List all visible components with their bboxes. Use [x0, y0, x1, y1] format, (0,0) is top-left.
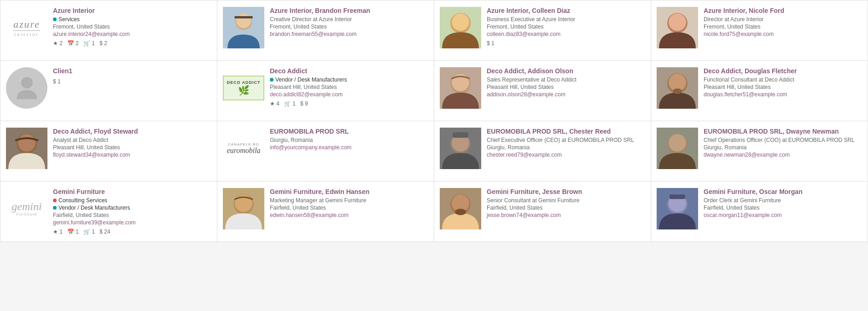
person-email[interactable]: colleen.diaz83@example.com	[487, 31, 645, 37]
person-name[interactable]: Gemini Furniture, Edwin Hansen	[270, 188, 428, 195]
svg-rect-3	[234, 16, 253, 18]
person-name[interactable]: EUROMOBILA PROD SRL, Dwayne Newman	[704, 128, 862, 135]
company-stats: ★ 4 🛒 1 $ 9	[270, 100, 428, 107]
company-name[interactable]: Gemini Furniture	[53, 188, 211, 195]
person-title: Order Clerk at Gemini Furniture	[704, 197, 862, 204]
person-title: Analyst at Deco Addict	[53, 137, 211, 143]
person-name[interactable]: Azure Interior, Brandon Freeman	[270, 7, 428, 14]
person-email[interactable]: jesse.brown74@example.com	[487, 212, 645, 218]
svg-rect-38	[670, 194, 685, 199]
person-email[interactable]: nicole.ford75@example.com	[704, 31, 862, 37]
gemini-logo: gemini Furniture	[6, 188, 47, 229]
company-tag-2: Vendor / Desk Manufacturers	[53, 205, 211, 211]
company-tag: Vendor / Desk Manufacturers	[270, 76, 428, 83]
company-location: Pleasant Hill, United States	[270, 84, 428, 90]
person-location: Giurgiu, Romania	[487, 144, 645, 151]
person-location: Fremont, United States	[704, 23, 862, 30]
svg-point-17	[673, 88, 682, 94]
card-azure-colleen: Azure Interior, Colleen Diaz Business Ex…	[434, 0, 651, 60]
svg-point-34	[455, 209, 466, 215]
svg-rect-24	[453, 132, 468, 138]
card-deco-douglas: Deco Addict, Douglas Fletcher Functional…	[651, 61, 868, 121]
company-email[interactable]: deco.addict82@example.com	[270, 91, 428, 98]
person-avatar	[440, 7, 481, 48]
person-title: Director at Azure Interior	[704, 16, 862, 23]
person-email[interactable]: brandon.freeman55@example.com	[270, 31, 428, 37]
company-tag-1: Consulting Services	[53, 197, 211, 204]
person-name[interactable]: Gemini Furniture, Jesse Brown	[487, 188, 645, 195]
tag-label-2: Vendor / Desk Manufacturers	[58, 205, 130, 211]
stars-stat: ★ 4	[270, 100, 280, 107]
company-location: Fairfield, United States	[53, 212, 211, 218]
svg-point-2	[236, 13, 251, 28]
person-email[interactable]: addison.olson28@example.com	[487, 91, 645, 98]
company-email[interactable]: azure.interior24@example.com	[53, 31, 211, 37]
company-name[interactable]: EUROMOBILA PROD SRL	[270, 128, 428, 135]
placeholder-logo	[6, 67, 47, 109]
calendar-stat: 📅 2	[67, 40, 79, 47]
tag-dot-green	[53, 206, 57, 210]
company-name[interactable]: Clien1	[53, 67, 211, 75]
person-email[interactable]: douglas.fletcher51@example.com	[704, 91, 862, 98]
stars-stat: ★ 2	[53, 40, 63, 47]
money-stat: $ 9	[300, 100, 308, 107]
person-email[interactable]: floyd.steward34@example.com	[53, 152, 211, 158]
company-location: Giurgiu, Romania	[270, 137, 428, 143]
tag-label: Vendor / Desk Manufacturers	[275, 76, 347, 83]
person-title: Creative Director at Azure Interior	[270, 16, 428, 23]
person-avatar	[657, 128, 698, 169]
person-title: Chief Operations Officer (COO) at EUROMO…	[704, 137, 862, 143]
person-avatar	[440, 188, 481, 229]
person-avatar	[223, 7, 264, 48]
svg-point-9	[669, 13, 686, 31]
person-name[interactable]: Azure Interior, Colleen Diaz	[487, 7, 645, 14]
person-name[interactable]: EUROMOBILA PROD SRL, Chester Reed	[487, 128, 645, 135]
deco-logo: DECO ADDICT 🌿	[223, 67, 264, 109]
company-location: Fremont, United States	[53, 23, 211, 30]
person-name[interactable]: Deco Addict, Addison Olson	[487, 67, 645, 75]
svg-point-27	[669, 134, 686, 152]
cart-stat: 🛒 1	[83, 40, 95, 47]
card-azure-brandon: Azure Interior, Brandon Freeman Creative…	[217, 0, 434, 60]
company-name[interactable]: Azure Interior	[53, 7, 211, 14]
card-deco-addison: Deco Addict, Addison Olson Sales Represe…	[434, 61, 651, 121]
person-avatar	[657, 7, 698, 48]
person-location: Fremont, United States	[270, 23, 428, 30]
person-email[interactable]: edwin.hansen58@example.com	[270, 212, 428, 218]
person-email[interactable]: chester.reed79@example.com	[487, 152, 645, 158]
card-euromobila: CANAPELE.RO euromobila EUROMOBILA PROD S…	[217, 121, 434, 181]
person-avatar	[6, 128, 47, 169]
person-name[interactable]: Deco Addict, Douglas Fletcher	[704, 67, 862, 75]
tag-dot	[270, 78, 274, 82]
person-title: Sales Representative at Deco Addict	[487, 76, 645, 83]
euro-logo: CANAPELE.RO euromobila	[223, 128, 264, 169]
company-email[interactable]: info@yourcompany.example.com	[270, 144, 428, 151]
company-email[interactable]: gemini.furniture39@example.com	[53, 219, 211, 226]
money-stat: $ 1	[487, 40, 495, 47]
card-deco-addict: DECO ADDICT 🌿 Deco Addict Vendor / Desk …	[217, 61, 434, 121]
tag-dot-red	[53, 199, 57, 202]
person-location: Giurgiu, Romania	[704, 144, 862, 151]
azure-logo: azure interior	[6, 7, 47, 48]
person-name[interactable]: Gemini Furniture, Oscar Morgan	[704, 188, 862, 195]
person-title: Business Executive at Azure Interior	[487, 16, 645, 23]
person-name[interactable]: Azure Interior, Nicole Ford	[704, 7, 862, 14]
money-stat: $ 1	[53, 78, 61, 85]
company-stats: ★ 1 📅 1 🛒 1 $ 24	[53, 229, 211, 235]
contacts-grid: azure interior Azure Interior Services F…	[0, 0, 868, 242]
person-location: Pleasant Hill, United States	[53, 144, 211, 151]
svg-point-6	[452, 13, 469, 31]
person-title: Functional Consultant at Deco Addict	[704, 76, 862, 83]
company-name[interactable]: Deco Addict	[270, 67, 428, 75]
card-euro-dwayne: EUROMOBILA PROD SRL, Dwayne Newman Chief…	[651, 121, 868, 181]
person-email[interactable]: oscar.morgan11@example.com	[704, 212, 862, 218]
person-avatar	[657, 188, 698, 229]
person-email[interactable]: dwayne.newman28@example.com	[704, 152, 862, 158]
card-azure-nicole: Azure Interior, Nicole Ford Director at …	[651, 0, 868, 60]
company-stats: ★ 2 📅 2 🛒 1 $ 2	[53, 40, 211, 47]
money-stat: $ 2	[99, 40, 107, 47]
calendar-stat: 📅 1	[67, 229, 79, 235]
person-title: Chief Executive Officer (CEO) at EUROMOB…	[487, 137, 645, 143]
tag-label-1: Consulting Services	[58, 197, 107, 204]
person-name[interactable]: Deco Addict, Floyd Steward	[53, 128, 211, 135]
